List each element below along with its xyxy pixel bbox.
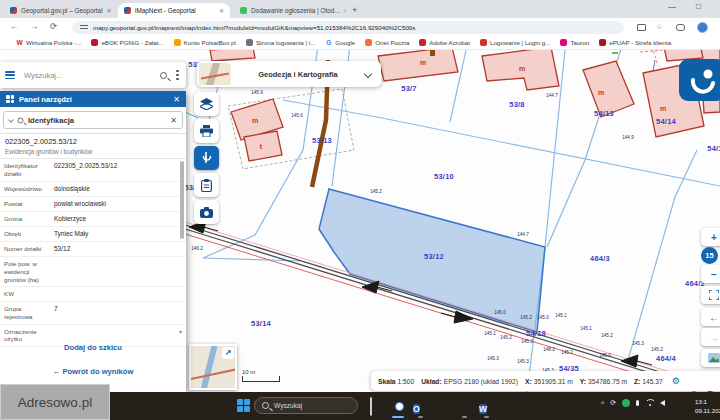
identify-close-icon[interactable]: ✕ (170, 116, 177, 125)
attribute-label: Oznaczenie użytku (4, 328, 54, 344)
tab-close-icon[interactable]: ✕ (219, 7, 224, 14)
window-maximize-button[interactable]: □ (696, 2, 701, 11)
attribute-row: KW (0, 287, 186, 302)
tab-close-icon[interactable]: ✕ (107, 7, 112, 14)
window-minimize-button[interactable]: — (668, 2, 676, 11)
microphone-icon[interactable] (636, 400, 639, 406)
attribute-row: Województwodolnośląskie (0, 182, 186, 197)
elevation-label: 145.2 (520, 315, 532, 320)
tab-close-icon[interactable]: ✕ (344, 7, 346, 14)
building-use-label: m (598, 89, 604, 96)
collapse-chevron-icon[interactable] (8, 117, 14, 123)
elevation-label: 145.2 (561, 350, 573, 355)
identify-tool-button-active[interactable] (194, 146, 219, 170)
system-tray[interactable]: ^ ⟳ (601, 399, 665, 407)
tab-geoportal-home[interactable]: Geoportal.gov.pl – Geoportal ✕ (4, 3, 116, 18)
zoom-in-button[interactable]: + (701, 228, 720, 246)
bookmark-item[interactable]: GGoogle (325, 39, 355, 46)
parcel-number-label: 54/18 (526, 329, 546, 338)
back-icon[interactable]: ← (10, 21, 19, 31)
bookmark-item[interactable]: Onet Poczta (365, 39, 409, 46)
elevation-label: 145.6 (291, 113, 303, 118)
bookmark-item[interactable]: ePUAP - Strefa klienta (599, 39, 671, 46)
elevation-label: 145.3 (487, 356, 499, 361)
building-use-label: m (660, 105, 666, 112)
new-tab-button[interactable]: + (352, 5, 357, 15)
layers-icon (200, 98, 213, 110)
bookmark-favicon: G (325, 39, 332, 46)
more-options-icon[interactable] (176, 70, 179, 81)
profile-avatar[interactable] (697, 22, 708, 33)
attribute-label: Powiat (4, 200, 54, 208)
snapshot-tool-button[interactable] (194, 200, 219, 224)
back-to-results-link[interactable]: ← Powrót do wyników (0, 367, 186, 376)
basemap-switch-button[interactable] (701, 349, 720, 367)
bookmark-item[interactable]: Tauron (560, 39, 589, 46)
scale-value: 1:500 (397, 378, 414, 385)
task-view-button[interactable] (368, 398, 383, 413)
bookmark-item[interactable]: Konto PolsatBox.pl (174, 39, 236, 46)
menu-icon[interactable] (5, 71, 15, 79)
clock-date: 09.11.202 (695, 406, 720, 415)
layers-tool-button[interactable] (194, 92, 219, 116)
camera-icon (200, 207, 213, 218)
bookmark-item[interactable]: Adobe Acrobat (419, 39, 470, 46)
bookmark-item[interactable]: Logowanie | Login.g... (480, 39, 550, 46)
zoom-out-button[interactable]: − (701, 265, 720, 283)
otodom-favicon (240, 7, 247, 14)
overview-minimap[interactable]: ↗ (189, 344, 237, 390)
bookmark-label: eBOK PGNiG - Załat... (101, 39, 163, 46)
bookmark-item[interactable]: WWirtualna Polska -... (16, 39, 81, 46)
speaker-icon[interactable] (660, 400, 665, 406)
bookmark-star-icon[interactable]: ☆ (656, 22, 663, 31)
wifi-icon[interactable] (645, 399, 654, 407)
search-icon[interactable] (160, 72, 167, 79)
search-input[interactable]: Wyszukaj... (24, 71, 160, 80)
address-bar[interactable]: mapy.geoportal.gov.pl/imapnext/imap/inde… (72, 21, 624, 34)
attribute-row: Numer działki53/12 (0, 242, 186, 257)
site-settings-icon[interactable] (80, 23, 88, 31)
cast-icon[interactable] (637, 24, 646, 31)
bookmark-favicon (480, 39, 487, 46)
layer-profile-dropdown[interactable]: Geodezja i Kartografia (197, 61, 381, 87)
previous-view-button[interactable]: ← (701, 308, 720, 326)
report-tool-button[interactable] (194, 173, 219, 197)
start-button[interactable] (236, 398, 251, 413)
explorer-taskbar-button[interactable] (435, 398, 450, 413)
panel-scrollbar[interactable] (180, 161, 184, 239)
bookmark-label: ePUAP - Strefa klienta (609, 39, 671, 46)
reload-icon[interactable]: ⟳ (50, 21, 57, 31)
full-extent-button[interactable] (701, 286, 720, 304)
tab-imapnext-active[interactable]: iMapNext - Geoportal ✕ (118, 3, 230, 18)
identify-tool-header[interactable]: Identyfikacja ✕ (3, 111, 183, 129)
map-search-bar[interactable]: Wyszukaj... (0, 62, 186, 88)
extensions-icon[interactable] (676, 24, 685, 31)
panel-close-icon[interactable]: ✕ (173, 95, 180, 104)
minimap-expand-icon[interactable]: ↗ (222, 347, 234, 359)
forward-icon[interactable]: → (30, 21, 39, 31)
chevron-down-icon[interactable]: ▾ (179, 328, 182, 335)
bookmark-item[interactable]: Strona logowania | i... (246, 39, 315, 46)
expand-icon (709, 290, 719, 300)
word-taskbar-button[interactable]: W (479, 398, 494, 413)
next-view-button[interactable]: → (701, 328, 720, 346)
green-app-icon[interactable] (622, 399, 630, 407)
tab-otodom[interactable]: Dodawanie ogłoszenia | Otod... ✕ (234, 3, 346, 18)
taskbar-clock[interactable]: 13:1 09.11.202 (695, 397, 720, 416)
bookmark-favicon (91, 39, 98, 46)
geoportal-logo-button[interactable] (679, 59, 720, 101)
edge-taskbar-button[interactable] (457, 398, 472, 413)
taskbar-search[interactable]: Wyszukaj (254, 397, 358, 414)
print-tool-button[interactable] (194, 119, 219, 143)
elevation-label: 145.1 (555, 313, 567, 318)
bookmark-item[interactable]: eBOK PGNiG - Załat... (91, 39, 163, 46)
settings-gear-icon[interactable]: ⚙ (672, 376, 680, 386)
chrome-taskbar-button[interactable] (391, 398, 406, 413)
tools-panel-header: Panel narzędzi ✕ (0, 91, 186, 107)
add-to-sketch-link[interactable]: Dodaj do szkicu (0, 343, 186, 352)
attribute-row: Powiatpowiat wrocławski (0, 197, 186, 212)
outlook-taskbar-button[interactable]: O (413, 398, 428, 413)
minimap-road (189, 366, 237, 380)
printer-icon (200, 125, 213, 137)
tray-expand-icon[interactable]: ^ (601, 400, 604, 407)
